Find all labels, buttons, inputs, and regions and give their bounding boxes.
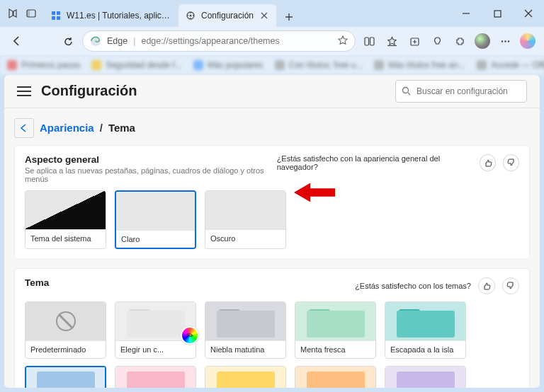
nav-back-button[interactable] [6,30,28,52]
svg-rect-10 [365,38,369,45]
svg-rect-4 [52,16,55,20]
edge-logo-icon [90,35,101,47]
favicon-0 [51,11,61,21]
theme-title: Tema [25,277,49,288]
theme-tile-label: Menta fresca [295,340,375,358]
window-maximize-button[interactable] [482,0,513,27]
breadcrumb-current: Tema [108,122,135,134]
nav-reload-button[interactable] [57,30,79,52]
annotation-arrow [294,180,335,205]
theme-tile[interactable] [295,366,376,388]
new-tab-button[interactable] [279,7,299,27]
theme-tile[interactable]: Predeterminado [25,301,106,359]
svg-marker-17 [294,183,335,202]
svg-point-16 [403,88,409,93]
thumbs-up-button[interactable] [478,277,495,294]
aspect-tile-label: Claro [116,230,195,248]
browser-essentials-icon[interactable] [426,30,448,52]
svg-rect-1 [27,10,30,17]
theme-tile[interactable] [385,366,466,388]
aspect-feedback-text: ¿Estás satisfecho con la apariencia gene… [277,154,473,171]
settings-menu-button[interactable] [17,84,31,98]
address-url: edge://settings/appearance/themes [141,36,332,46]
aspect-title: Aspecto general [25,154,277,165]
more-menu-icon[interactable] [494,30,516,52]
theme-tile-label: Niebla matutina [205,340,285,358]
tab-close-icon[interactable] [259,11,269,21]
svg-point-13 [501,40,502,42]
svg-point-15 [507,40,509,42]
theme-tile-label: Predeterminado [26,340,106,358]
browser-tab-1[interactable]: Configuración [178,4,276,27]
aspect-tile-dark[interactable]: Oscuro [205,190,286,249]
favicon-1 [186,11,196,21]
browser-toolbar: Edge | edge://settings/appearance/themes [0,27,544,55]
svg-rect-5 [57,16,60,20]
svg-rect-2 [52,11,55,15]
svg-rect-8 [494,11,501,17]
address-separator: | [133,36,135,46]
collections-icon[interactable] [404,30,425,52]
window-titlebar: W11.es | Tutoriales, aplicaciones y Conf… [0,0,544,27]
svg-rect-11 [370,38,374,45]
theme-feedback-text: ¿Estás satisfecho con los temas? [355,282,471,290]
theme-tile[interactable]: Escapada a la isla [385,301,466,359]
window-close-button[interactable] [513,0,544,27]
window-minimize-button[interactable] [450,0,482,27]
theme-tile[interactable]: Niebla matutina [205,301,286,359]
split-screen-icon[interactable] [358,30,380,52]
theme-tile-label: Escapada a la isla [385,340,465,358]
browser-tab-0[interactable]: W11.es | Tutoriales, aplicaciones y [44,4,178,27]
search-placeholder: Buscar en configuración [416,86,508,96]
extensions-icon[interactable] [449,30,470,52]
settings-search-input[interactable]: Buscar en configuración [395,80,527,103]
theme-tile[interactable]: Elegir un c...✎ [115,301,196,359]
tab-actions-icon[interactable] [26,8,37,19]
favorites-bar: Primeros pasos Seguridad desde f... Más … [0,55,544,75]
workspace-icon[interactable] [7,8,18,19]
breadcrumb-link[interactable]: Apariencia [40,122,94,134]
svg-rect-3 [57,11,60,15]
aspect-tile-label: Tema del sistema [26,229,106,247]
page-title: Configuración [41,83,137,99]
tab-title-1: Configuración [201,11,254,21]
favorites-icon[interactable] [381,30,402,52]
theme-tile[interactable]: Menta fresca [295,301,376,359]
nav-forward-button [31,30,54,52]
breadcrumb-back-button[interactable] [14,118,34,138]
svg-point-14 [504,40,506,42]
color-picker-button[interactable]: ✎ [180,325,200,345]
aspect-tile-light[interactable]: Claro [115,190,196,249]
thumbs-up-button[interactable] [480,154,496,171]
thumbs-down-button[interactable] [503,154,519,171]
svg-point-7 [189,14,191,16]
address-bar[interactable]: Edge | edge://settings/appearance/themes [82,30,356,52]
aspect-tile-system[interactable]: Tema del sistema [25,190,106,249]
tab-title-0: W11.es | Tutoriales, aplicaciones y [67,11,171,21]
theme-card: Tema ¿Estás satisfecho con los temas? Pr… [14,268,530,388]
profile-avatar[interactable] [472,30,493,52]
settings-page: Configuración Buscar en configuración Ap… [4,75,540,388]
aspect-subtitle: Se aplica a las nuevas pestañas, páginas… [25,166,277,183]
thumbs-down-button[interactable] [502,277,519,294]
address-prefix: Edge [107,36,128,46]
aspect-card: Aspecto general Se aplica a las nuevas p… [14,145,530,260]
breadcrumb-sep: / [100,122,103,134]
copilot-icon[interactable] [517,30,538,52]
theme-tile[interactable] [25,366,106,388]
favorite-star-icon[interactable] [338,35,348,47]
theme-tile[interactable] [115,366,196,388]
theme-tile[interactable] [205,366,286,388]
aspect-tile-label: Oscuro [205,229,285,247]
search-icon [402,86,411,96]
